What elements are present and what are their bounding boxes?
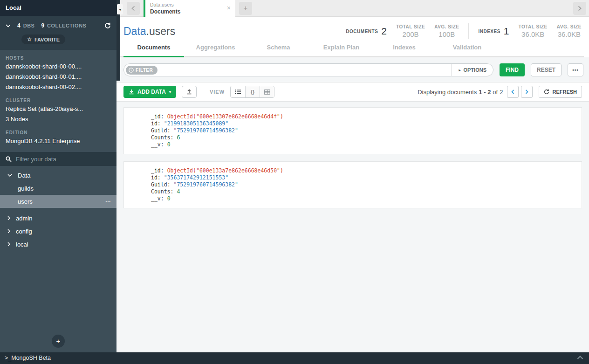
- connection-name: Local: [0, 0, 116, 16]
- view-label: VIEW: [210, 89, 225, 95]
- collection-stats: DOCUMENTS 2 TOTAL SIZE 200B AVG. SIZE 10…: [346, 23, 582, 39]
- documents-stat-value: 2: [381, 26, 387, 37]
- sidebar-item-local-db[interactable]: local: [0, 238, 116, 251]
- chevron-down-icon[interactable]: [7, 174, 12, 177]
- db-name: config: [16, 228, 32, 235]
- field-value: 4: [177, 188, 180, 195]
- table-view-button[interactable]: [260, 86, 274, 97]
- collection-name: guilds: [18, 185, 34, 192]
- field-value: ObjectId("600e13307e862e6668e46d4f"): [167, 113, 283, 120]
- sidebar-item-admin-db[interactable]: admin: [0, 212, 116, 225]
- document-card[interactable]: _id ObjectId("600e133a7e862e6668e46d50")…: [123, 161, 582, 208]
- query-bar: FILTER ▸ OPTIONS FIND RESET •••: [116, 57, 589, 82]
- mongosh-bar[interactable]: >_MongoSH Beta: [0, 352, 589, 364]
- refresh-icon: [544, 89, 549, 95]
- cluster-type: Replica Set (atlas-20iaya-s...: [6, 104, 111, 114]
- new-tab-button[interactable]: +: [239, 2, 252, 15]
- documents-toolbar: ADD DATA ▾ VIEW {}: [116, 82, 589, 102]
- collection-count-label: COLLECTIONS: [47, 23, 86, 28]
- search-icon: [6, 156, 12, 162]
- query-more-options-button[interactable]: •••: [568, 63, 583, 76]
- chevron-down-icon[interactable]: [6, 24, 11, 27]
- caret-right-icon: ▸: [459, 68, 460, 72]
- json-view-button[interactable]: {}: [245, 86, 260, 97]
- refresh-documents-button[interactable]: REFRESH: [539, 86, 582, 98]
- document-card[interactable]: _id ObjectId("600e13307e862e6668e46d4f")…: [123, 107, 582, 154]
- reset-button[interactable]: RESET: [531, 63, 562, 76]
- collection-header: Data.users DOCUMENTS 2 TOTAL SIZE 200B A…: [116, 17, 589, 57]
- displaying-prefix: Displaying documents: [418, 89, 477, 96]
- sidebar-item-users[interactable]: users •••: [0, 195, 116, 208]
- database-tree: Data guilds users ••• admin config: [0, 169, 116, 251]
- indexes-stat-label: INDEXES: [478, 29, 500, 34]
- refresh-icon[interactable]: [104, 22, 111, 29]
- add-data-button[interactable]: ADD DATA ▾: [123, 86, 176, 98]
- tab-documents[interactable]: Documents: [123, 42, 184, 57]
- add-data-label: ADD DATA: [137, 89, 166, 95]
- sidebar-item-config-db[interactable]: config: [0, 225, 116, 238]
- filter-badge: FILTER: [126, 66, 158, 75]
- collection-count: 9: [41, 22, 44, 29]
- collection-tab[interactable]: Data.users Documents ×: [144, 0, 235, 17]
- db-count-label: DBS: [23, 23, 35, 28]
- sidebar-filter-input[interactable]: [16, 156, 111, 163]
- table-view-icon: [264, 89, 270, 95]
- star-icon: ☆: [27, 36, 32, 42]
- field-key: Guild: [151, 127, 171, 134]
- cluster-nodes: 3 Nodes: [6, 114, 111, 124]
- documents-stat-label: DOCUMENTS: [346, 29, 378, 34]
- create-database-button[interactable]: +: [52, 335, 65, 348]
- host-item: dannskoobot-shard-00-01....: [6, 72, 111, 82]
- close-tab-icon[interactable]: ×: [227, 4, 231, 12]
- options-toggle-button[interactable]: ▸ OPTIONS: [452, 64, 493, 76]
- tab-underline-track: [118, 56, 584, 57]
- field-key: _id: [151, 167, 164, 174]
- field-key: _id: [151, 113, 164, 120]
- prev-tab-button[interactable]: [127, 2, 140, 15]
- of-text: of: [493, 89, 498, 96]
- chevron-right-icon[interactable]: [7, 242, 10, 247]
- indexes-stat-value: 1: [504, 26, 509, 37]
- sidebar-item-guilds[interactable]: guilds: [0, 182, 116, 195]
- next-tab-button[interactable]: [573, 2, 586, 15]
- sidebar-item-data-db[interactable]: Data: [0, 169, 116, 182]
- database-name: Data: [123, 25, 146, 37]
- refresh-label: REFRESH: [552, 89, 577, 95]
- workspace-tabbar: Data.users Documents × +: [116, 0, 589, 17]
- main-content: Data.users Documents × + Data.users DOCU…: [116, 0, 589, 352]
- tab-aggregations[interactable]: Aggregations: [184, 42, 247, 57]
- idx-total-size-value: 36.0KB: [519, 30, 548, 38]
- namespace-title: Data.users: [123, 25, 175, 38]
- filter-query-input[interactable]: FILTER ▸ OPTIONS: [123, 63, 493, 76]
- find-button[interactable]: FIND: [500, 63, 525, 76]
- tab-explain-plan[interactable]: Explain Plan: [310, 42, 373, 57]
- chevron-right-icon[interactable]: [7, 216, 10, 220]
- favorite-button[interactable]: ☆ FAVORITE: [21, 34, 65, 44]
- idx-avg-size-label: AVG. SIZE: [557, 24, 582, 29]
- tab-validation[interactable]: Validation: [436, 42, 499, 57]
- tab-schema[interactable]: Schema: [247, 42, 310, 57]
- field-key: __v: [151, 141, 164, 148]
- prev-page-button[interactable]: [507, 86, 519, 98]
- field-key: Counts: [151, 134, 173, 141]
- filter-badge-label: FILTER: [136, 68, 153, 73]
- import-icon: [129, 89, 134, 95]
- tab-view-name: Documents: [150, 8, 232, 15]
- tab-indexes[interactable]: Indexes: [373, 42, 436, 57]
- field-key: Guild: [151, 181, 171, 188]
- db-count: 4: [17, 22, 21, 29]
- document-total: 2: [500, 89, 503, 96]
- chevron-right-icon[interactable]: [7, 229, 10, 234]
- sidebar-collapse-button[interactable]: ◂: [117, 4, 123, 14]
- export-collection-button[interactable]: [182, 86, 197, 98]
- field-key: id: [151, 120, 161, 127]
- list-view-button[interactable]: [231, 86, 245, 97]
- doc-avg-size-value: 100B: [434, 30, 459, 38]
- collection-nav-tabs: Documents Aggregations Schema Explain Pl…: [116, 42, 589, 57]
- idx-avg-size-value: 36.0KB: [557, 30, 582, 38]
- options-label: OPTIONS: [463, 67, 486, 73]
- field-key: __v: [151, 195, 164, 202]
- chevron-up-icon[interactable]: [577, 356, 583, 360]
- next-page-button[interactable]: [521, 86, 533, 98]
- more-options-icon[interactable]: •••: [106, 199, 111, 204]
